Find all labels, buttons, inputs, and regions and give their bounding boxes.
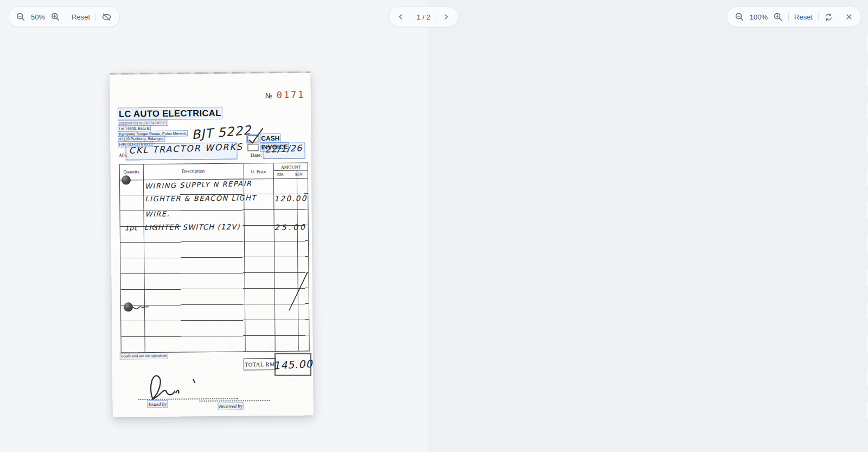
refresh-button[interactable] — [824, 12, 833, 22]
panel-zoom-in-button[interactable] — [773, 12, 783, 22]
document-viewer-pane[interactable]: 50% Reset № 0171 LC AUTO ELECTRICAL 2025… — [0, 0, 429, 452]
page-indicator: 1 / 2 — [417, 13, 430, 21]
zoom-out-icon — [735, 12, 744, 22]
viewer-zoom-level: 50% — [31, 13, 45, 21]
chevron-right-icon — [442, 12, 450, 21]
panel-zoom-out-button[interactable] — [735, 12, 744, 22]
ink-marks-overlay — [110, 71, 314, 417]
pen-tick — [193, 379, 195, 383]
app-window: 50% Reset № 0171 LC AUTO ELECTRICAL 2025… — [0, 0, 868, 452]
cash-checkmark — [249, 129, 263, 143]
toolbar-divider — [411, 13, 411, 21]
invoice-scan[interactable]: № 0171 LC AUTO ELECTRICAL 202503178176 (… — [110, 71, 314, 417]
diagonal-strike — [289, 272, 308, 310]
toolbar-divider — [66, 13, 66, 21]
panel-zoom-level: 100% — [750, 13, 768, 21]
extraction-panel: Invoice 100% Reset issuer: LC AUTO — [429, 0, 868, 452]
close-button[interactable] — [845, 12, 853, 21]
signature — [151, 375, 179, 399]
toolbar-divider — [436, 13, 436, 21]
panel-reset-button[interactable]: Reset — [794, 13, 813, 21]
zoom-in-button[interactable] — [50, 12, 60, 22]
previous-page-button[interactable] — [397, 12, 405, 21]
toolbar-divider — [788, 13, 789, 21]
panel-zoom-toolbar: 100% Reset — [726, 7, 861, 27]
refresh-icon — [824, 12, 833, 22]
page-navigation: 1 / 2 — [388, 7, 458, 27]
zoom-in-icon — [50, 12, 60, 22]
eye-off-icon — [101, 12, 112, 22]
zoom-in-icon — [773, 12, 783, 22]
toolbar-divider — [95, 13, 96, 21]
close-icon — [845, 12, 853, 21]
hide-annotations-button[interactable] — [101, 12, 112, 22]
viewer-reset-button[interactable]: Reset — [72, 13, 90, 21]
pen-squiggle — [133, 307, 149, 309]
toolbar-divider — [839, 13, 839, 21]
next-page-button[interactable] — [442, 12, 450, 21]
zoom-out-icon — [16, 12, 25, 22]
chevron-left-icon — [397, 12, 405, 21]
viewer-zoom-toolbar: 50% Reset — [8, 7, 120, 27]
zoom-out-button[interactable] — [16, 12, 25, 22]
toolbar-divider — [818, 13, 819, 21]
